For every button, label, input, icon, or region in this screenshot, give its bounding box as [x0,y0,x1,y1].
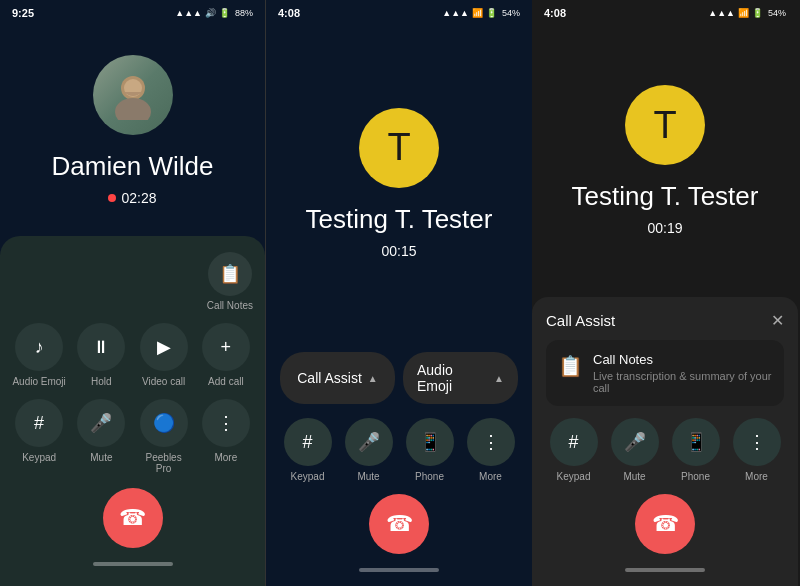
peebles-icon: 🔵 [140,399,188,447]
audio-emoji-icon: ♪ [15,323,63,371]
peebles-label: Peebles Pro [137,452,191,474]
audio-emoji-label: Audio Emoji [417,362,488,394]
action-grid-3: # Keypad 🎤 Mute 📱 Phone ⋮ More [546,418,784,482]
wifi-icon-1: 🔊 [205,8,216,18]
more-label-3: More [745,471,768,482]
call-notes-card-title: Call Notes [593,352,772,367]
panel-title: Call Assist [546,312,615,329]
screen-3: 4:08 ▲▲▲ 📶 🔋 54% T Testing T. Tester 00:… [532,0,798,586]
phone-btn-3[interactable]: 📱 Phone [668,418,723,482]
end-call-btn-2[interactable]: ☎ [369,494,429,554]
keypad-btn-3[interactable]: # Keypad [546,418,601,482]
mute-label-3: Mute [623,471,645,482]
video-call-btn[interactable]: ▶ Video call [137,323,191,387]
screen-2: 4:08 ▲▲▲ 📶 🔋 54% T Testing T. Tester 00:… [266,0,532,586]
audio-emoji-pill[interactable]: Audio Emoji ▲ [403,352,518,404]
add-call-label: Add call [208,376,244,387]
hold-btn[interactable]: ⏸ Hold [74,323,128,387]
wifi-icon-2: 📶 [472,8,483,18]
assist-pill-row: Call Assist ▲ Audio Emoji ▲ [280,352,518,404]
status-time-2: 4:08 [278,7,300,19]
peebles-btn[interactable]: 🔵 Peebles Pro [137,399,191,474]
more-btn-2[interactable]: ⋮ More [463,418,518,482]
action-grid-2: # Keypad 🎤 Mute 📱 Phone ⋮ More [280,418,518,482]
battery-icon-1: 🔋 [219,8,230,18]
battery-pct-1: 88% [235,8,253,18]
signal-icon-1: ▲▲▲ [175,8,202,18]
more-icon-2: ⋮ [467,418,515,466]
caller-name-1: Damien Wilde [52,151,214,182]
end-call-row-2: ☎ [280,494,518,554]
keypad-btn-2[interactable]: # Keypad [280,418,335,482]
call-notes-card[interactable]: 📋 Call Notes Live transcription & summar… [546,340,784,406]
keypad-label-3: Keypad [557,471,591,482]
keypad-label-2: Keypad [291,471,325,482]
close-button[interactable]: ✕ [771,311,784,330]
caller-name-2: Testing T. Tester [306,204,493,235]
mute-btn-3[interactable]: 🎤 Mute [607,418,662,482]
panel-header: Call Assist ✕ [546,311,784,330]
svg-point-1 [115,98,151,120]
bottom-panel-1: 📋 Call Notes ♪ Audio Emoji ⏸ Hold ▶ Vide… [0,236,265,586]
more-btn-1[interactable]: ⋮ More [199,399,253,474]
avatar-1 [93,55,173,135]
mute-icon-2: 🎤 [345,418,393,466]
hold-icon: ⏸ [77,323,125,371]
home-bar-1 [93,562,173,566]
more-btn-3[interactable]: ⋮ More [729,418,784,482]
battery-pct-2: 54% [502,8,520,18]
home-indicator-1 [12,556,253,570]
mute-icon-3: 🎤 [611,418,659,466]
end-call-row-1: ☎ [12,488,253,548]
home-bar-2 [359,568,439,572]
end-call-btn-1[interactable]: ☎ [103,488,163,548]
status-bar-3: 4:08 ▲▲▲ 📶 🔋 54% [532,0,798,24]
battery-icon-2: 🔋 [486,8,497,18]
mute-btn-2[interactable]: 🎤 Mute [341,418,396,482]
phone-btn-2[interactable]: 📱 Phone [402,418,457,482]
call-assist-panel: Call Assist ✕ 📋 Call Notes Live transcri… [532,297,798,586]
signal-icon-3: ▲▲▲ [708,8,735,18]
keypad-btn-1[interactable]: # Keypad [12,399,66,474]
call-top-1: Damien Wilde 02:28 [0,24,265,236]
home-indicator-3 [546,562,784,576]
more-label-1: More [214,452,237,463]
mute-btn-1[interactable]: 🎤 Mute [74,399,128,474]
mute-label-1: Mute [90,452,112,463]
more-label-2: More [479,471,502,482]
call-notes-card-text: Call Notes Live transcription & summary … [593,352,772,394]
avatar-letter-3: T [625,85,705,165]
call-notes-icon: 📋 [208,252,252,296]
phone-icon-2: 📱 [406,418,454,466]
phone-label-2: Phone [415,471,444,482]
bottom-panel-2: Call Assist ▲ Audio Emoji ▲ # Keypad 🎤 M… [266,342,532,586]
call-assist-pill[interactable]: Call Assist ▲ [280,352,395,404]
mute-label-2: Mute [357,471,379,482]
add-call-icon: + [202,323,250,371]
recording-dot-1 [108,194,116,202]
call-notes-button[interactable]: 📋 Call Notes [207,252,253,311]
status-icons-1: ▲▲▲ 🔊 🔋 88% [175,8,253,18]
call-top-3: T Testing T. Tester 00:19 [532,24,798,297]
home-bar-3 [625,568,705,572]
end-call-btn-3[interactable]: ☎ [635,494,695,554]
call-notes-card-desc: Live transcription & summary of your cal… [593,370,772,394]
keypad-icon-2: # [284,418,332,466]
home-indicator-2 [280,562,518,576]
audio-emoji-btn[interactable]: ♪ Audio Emoji [12,323,66,387]
video-call-icon: ▶ [140,323,188,371]
keypad-label-1: Keypad [22,452,56,463]
more-icon-1: ⋮ [202,399,250,447]
audio-emoji-chevron: ▲ [494,373,504,384]
keypad-icon-1: # [15,399,63,447]
call-notes-row: 📋 Call Notes [12,252,253,311]
status-bar-2: 4:08 ▲▲▲ 📶 🔋 54% [266,0,532,24]
add-call-btn[interactable]: + Add call [199,323,253,387]
status-bar-1: 9:25 ▲▲▲ 🔊 🔋 88% [0,0,265,24]
audio-emoji-label: Audio Emoji [12,376,65,387]
phone-icon-3: 📱 [672,418,720,466]
status-icons-2: ▲▲▲ 📶 🔋 54% [442,8,520,18]
call-duration-1: 02:28 [108,190,156,206]
phone-label-3: Phone [681,471,710,482]
caller-name-3: Testing T. Tester [572,181,759,212]
